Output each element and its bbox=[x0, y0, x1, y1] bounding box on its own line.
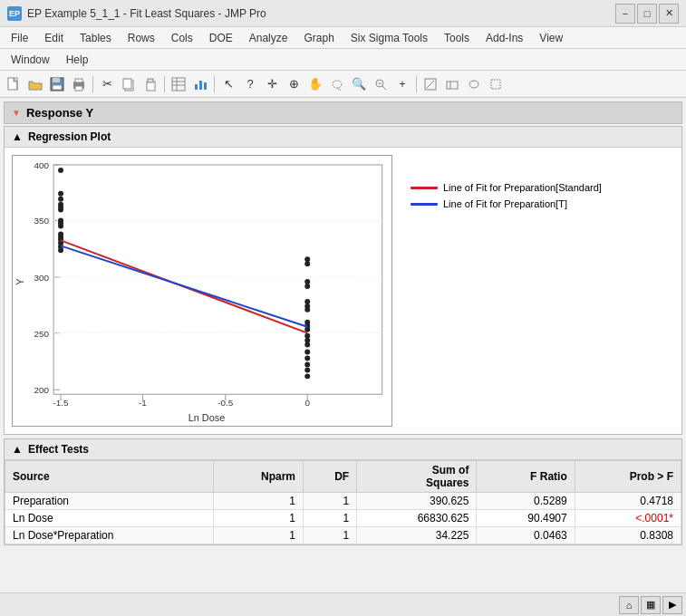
svg-text:200: 200 bbox=[34, 385, 50, 395]
help-button[interactable]: ? bbox=[240, 74, 260, 94]
svg-text:300: 300 bbox=[34, 273, 50, 283]
svg-rect-5 bbox=[75, 79, 82, 82]
table-button[interactable] bbox=[169, 74, 188, 94]
response-collapse-icon: ▼ bbox=[12, 108, 21, 118]
print-button[interactable] bbox=[69, 74, 89, 94]
cell-df-2: 1 bbox=[303, 510, 356, 527]
svg-point-74 bbox=[304, 307, 310, 313]
plot-legend: Line of Fit for Preparation[Standard] Li… bbox=[401, 155, 611, 427]
svg-point-18 bbox=[333, 81, 342, 88]
table-row: Preparation 1 1 390.625 0.5289 0.4718 bbox=[5, 493, 681, 510]
svg-rect-28 bbox=[491, 80, 500, 89]
maximize-button[interactable]: □ bbox=[637, 4, 657, 24]
zoom-button[interactable]: ⊕ bbox=[284, 74, 304, 94]
regression-plot-header[interactable]: ▲ Regression Plot bbox=[5, 127, 681, 148]
zoom-in-button[interactable]: 🔍 bbox=[349, 74, 369, 94]
copy-button[interactable] bbox=[119, 74, 139, 94]
rect-select-button[interactable] bbox=[486, 74, 506, 94]
main-content: ▼ Response Y ▲ Regression Plot 400 350 3… bbox=[0, 98, 686, 616]
col-df: DF bbox=[303, 461, 356, 493]
cell-probf-1: 0.4718 bbox=[575, 493, 681, 510]
app-icon: EP bbox=[7, 6, 22, 21]
expand-status-button[interactable]: ▶ bbox=[662, 596, 682, 614]
chart-button[interactable] bbox=[190, 74, 210, 94]
svg-text:Y: Y bbox=[14, 278, 25, 285]
regression-plot[interactable]: 400 350 300 250 200 Y -1.5 -1 bbox=[12, 155, 392, 427]
home-status-button[interactable]: ⌂ bbox=[619, 596, 639, 614]
menu-edit[interactable]: Edit bbox=[37, 30, 71, 46]
crosshair-button[interactable]: ✛ bbox=[262, 74, 282, 94]
legend-label-standard: Line of Fit for Preparation[Standard] bbox=[443, 182, 602, 193]
legend-label-t: Line of Fit for Preparation[T] bbox=[443, 198, 567, 209]
fit-button[interactable] bbox=[420, 74, 440, 94]
window-title: EP Example 5_1_1 - Fit Least Squares - J… bbox=[27, 7, 266, 20]
menu-graph[interactable]: Graph bbox=[296, 30, 341, 46]
separator-1 bbox=[92, 76, 93, 92]
effect-tests-panel: ▲ Effect Tests Source Nparm DF Sum ofSqu… bbox=[4, 438, 682, 545]
cut-button[interactable]: ✂ bbox=[97, 74, 117, 94]
cell-df-3: 1 bbox=[303, 527, 356, 544]
cell-nparm-3: 1 bbox=[214, 527, 304, 544]
cell-nparm-2: 1 bbox=[214, 510, 304, 527]
save-button[interactable] bbox=[47, 74, 67, 94]
effect-tests-collapse-icon: ▲ bbox=[12, 443, 23, 456]
open-button[interactable] bbox=[25, 74, 45, 94]
svg-rect-10 bbox=[148, 79, 153, 82]
col-nparm: Nparm bbox=[214, 461, 304, 493]
svg-text:Ln Dose: Ln Dose bbox=[188, 412, 226, 423]
cursor-button[interactable]: ↖ bbox=[218, 74, 238, 94]
svg-point-69 bbox=[304, 261, 310, 266]
menu-tools[interactable]: Tools bbox=[437, 30, 477, 46]
menu-rows[interactable]: Rows bbox=[121, 30, 162, 46]
lasso-button[interactable] bbox=[327, 74, 347, 94]
legend-item-t: Line of Fit for Preparation[T] bbox=[411, 198, 602, 209]
grid-status-button[interactable]: ▦ bbox=[641, 596, 661, 614]
table-row: Ln Dose 1 1 66830.625 90.4907 <.0001* bbox=[5, 510, 681, 527]
status-bar: ⌂ ▦ ▶ bbox=[0, 592, 686, 616]
pan-button[interactable]: ✋ bbox=[305, 74, 325, 94]
menu-tables[interactable]: Tables bbox=[72, 30, 119, 46]
cell-source-1: Preparation bbox=[5, 493, 214, 510]
close-button[interactable]: ✕ bbox=[659, 4, 679, 24]
new-button[interactable] bbox=[4, 74, 24, 94]
effect-tests-header[interactable]: ▲ Effect Tests bbox=[5, 439, 681, 460]
svg-rect-25 bbox=[447, 82, 458, 89]
svg-rect-3 bbox=[53, 85, 62, 90]
select-button[interactable] bbox=[442, 74, 462, 94]
minimize-button[interactable]: − bbox=[615, 4, 635, 24]
cell-sumsq-1: 390.625 bbox=[357, 493, 477, 510]
effect-tests-title: Effect Tests bbox=[28, 443, 89, 456]
table-row: Ln Dose*Preparation 1 1 34.225 0.0463 0.… bbox=[5, 527, 681, 544]
svg-point-82 bbox=[304, 356, 310, 361]
zoom-out-button[interactable] bbox=[371, 74, 391, 94]
second-menu-bar: Window Help bbox=[0, 49, 686, 71]
response-section-header[interactable]: ▼ Response Y bbox=[4, 101, 682, 124]
plus-button[interactable]: + bbox=[392, 74, 412, 94]
separator-3 bbox=[214, 76, 215, 92]
menu-cols[interactable]: Cols bbox=[164, 30, 200, 46]
cell-source-2: Ln Dose bbox=[5, 510, 214, 527]
svg-rect-16 bbox=[199, 81, 202, 90]
menu-view[interactable]: View bbox=[532, 30, 570, 46]
col-source: Source bbox=[5, 461, 214, 493]
paste-button[interactable] bbox=[140, 74, 160, 94]
oval-button[interactable] bbox=[464, 74, 484, 94]
svg-text:250: 250 bbox=[34, 329, 50, 339]
menu-addins[interactable]: Add-Ins bbox=[478, 30, 530, 46]
svg-point-71 bbox=[304, 284, 310, 289]
menu-analyze[interactable]: Analyze bbox=[242, 30, 295, 46]
svg-point-58 bbox=[58, 205, 63, 210]
menu-window[interactable]: Window bbox=[4, 52, 57, 68]
svg-point-81 bbox=[304, 350, 310, 355]
menu-doe[interactable]: DOE bbox=[202, 30, 240, 46]
menu-file[interactable]: File bbox=[4, 30, 35, 46]
menu-six-sigma[interactable]: Six Sigma Tools bbox=[343, 30, 435, 46]
cell-sumsq-2: 66830.625 bbox=[357, 510, 477, 527]
menu-help[interactable]: Help bbox=[59, 52, 96, 68]
svg-point-85 bbox=[304, 373, 310, 379]
svg-point-61 bbox=[58, 218, 63, 224]
regression-collapse-icon: ▲ bbox=[12, 130, 23, 143]
svg-rect-2 bbox=[53, 78, 60, 82]
svg-line-24 bbox=[427, 81, 434, 88]
svg-point-27 bbox=[469, 81, 478, 88]
